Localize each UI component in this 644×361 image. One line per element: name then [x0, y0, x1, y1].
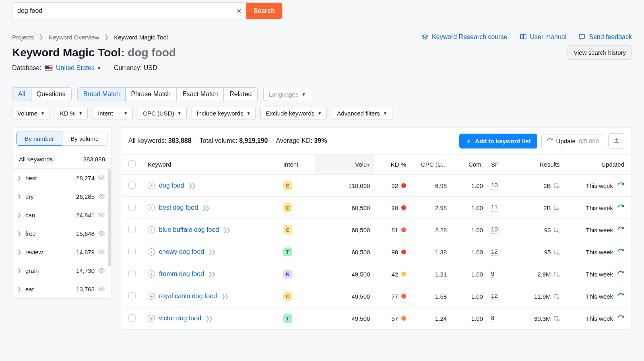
eye-icon[interactable]: [98, 211, 105, 219]
breadcrumb-projects[interactable]: Projects: [12, 34, 34, 41]
sidebar-item-best[interactable]: ❯ best 28,274: [12, 169, 111, 187]
languages-dropdown[interactable]: Languages ▼: [263, 88, 311, 101]
add-to-keyword-list-button[interactable]: ＋ Add to keyword list: [459, 134, 537, 149]
refresh-row-icon[interactable]: [617, 315, 624, 322]
sf-value[interactable]: 10: [491, 226, 498, 234]
sidebar-item-dry[interactable]: ❯ dry 26,285: [12, 187, 111, 206]
sidebar-item-grain[interactable]: ❯ grain 14,730: [12, 261, 111, 280]
sidebar-item-review[interactable]: ❯ review 14,879: [12, 243, 111, 261]
eye-icon[interactable]: [98, 230, 105, 237]
add-keyword-icon[interactable]: +: [148, 204, 155, 211]
eye-icon[interactable]: [98, 267, 105, 274]
serp-icon[interactable]: [553, 204, 560, 211]
keyword-research-course-link[interactable]: Keyword Research course: [421, 33, 508, 41]
row-checkbox[interactable]: [128, 248, 136, 255]
add-keyword-icon[interactable]: +: [148, 226, 155, 233]
sidebar-scrollbar[interactable]: [108, 169, 111, 266]
keyword-link[interactable]: royal canin dog food: [159, 293, 217, 300]
sf-value[interactable]: 8: [491, 314, 494, 322]
tab-phrase-match[interactable]: Phrase Match: [126, 88, 177, 101]
add-keyword-icon[interactable]: +: [148, 182, 155, 189]
eye-icon[interactable]: [98, 285, 105, 293]
country-dropdown[interactable]: United States ▼: [56, 64, 101, 72]
tab-questions[interactable]: Questions: [31, 88, 71, 101]
expand-icon[interactable]: ❯❯: [202, 204, 208, 211]
volume-filter[interactable]: Volume▼: [12, 107, 50, 120]
eye-icon[interactable]: [98, 248, 105, 256]
keyword-link[interactable]: best dog food: [159, 204, 198, 211]
row-checkbox[interactable]: [128, 204, 136, 211]
col-sf[interactable]: SF: [487, 155, 514, 175]
refresh-row-icon[interactable]: [617, 270, 624, 278]
col-kd[interactable]: KD %: [374, 155, 410, 175]
serp-icon[interactable]: [553, 182, 560, 189]
row-checkbox[interactable]: [128, 270, 136, 277]
advanced-filters[interactable]: Advanced filters▼: [332, 107, 392, 120]
view-search-history-button[interactable]: View search history: [568, 45, 632, 60]
tab-by-number[interactable]: By number: [17, 132, 62, 146]
sidebar-item-free[interactable]: ❯ free 15,648: [12, 224, 111, 243]
include-keywords-filter[interactable]: Include keywords▼: [192, 107, 256, 120]
kd-filter[interactable]: KD %▼: [55, 107, 88, 120]
col-volume[interactable]: Volu▾: [315, 155, 374, 175]
user-manual-link[interactable]: User manual: [520, 33, 567, 41]
refresh-row-icon[interactable]: [617, 293, 624, 300]
expand-icon[interactable]: ❯❯: [188, 182, 194, 189]
expand-icon[interactable]: ❯❯: [208, 249, 215, 255]
sidebar-item-can[interactable]: ❯ can 24,841: [12, 206, 111, 224]
col-cpc[interactable]: CPC (U...: [410, 155, 451, 175]
col-results[interactable]: Results: [514, 155, 564, 175]
add-keyword-icon[interactable]: +: [148, 270, 155, 278]
row-checkbox[interactable]: [128, 314, 136, 322]
col-keyword[interactable]: Keyword: [144, 155, 279, 175]
breadcrumb-overview[interactable]: Keyword Overview: [49, 34, 99, 41]
keyword-link[interactable]: victor dog food: [159, 315, 201, 322]
serp-icon[interactable]: [553, 293, 560, 299]
tab-broad-match[interactable]: Broad Match: [77, 87, 126, 101]
tab-all[interactable]: All: [12, 87, 31, 101]
expand-icon[interactable]: ❯❯: [221, 293, 227, 299]
add-keyword-icon[interactable]: +: [148, 315, 155, 322]
intent-filter[interactable]: Intent▼: [93, 107, 133, 120]
send-feedback-link[interactable]: Send feedback: [578, 33, 632, 41]
export-button[interactable]: [608, 133, 624, 149]
eye-icon[interactable]: [98, 174, 105, 182]
sf-value[interactable]: 10: [491, 182, 498, 190]
row-checkbox[interactable]: [128, 292, 136, 299]
refresh-row-icon[interactable]: [617, 226, 624, 233]
keyword-link[interactable]: chewy dog food: [159, 248, 204, 256]
keyword-link[interactable]: dog food: [159, 182, 184, 189]
sf-value[interactable]: 12: [491, 292, 498, 300]
expand-icon[interactable]: ❯❯: [223, 227, 229, 233]
col-com[interactable]: Com.: [451, 155, 487, 175]
refresh-row-icon[interactable]: [617, 248, 624, 256]
eye-icon[interactable]: [98, 193, 105, 200]
serp-icon[interactable]: [553, 271, 560, 277]
search-input[interactable]: [12, 3, 233, 19]
row-checkbox[interactable]: [128, 226, 136, 233]
select-all-checkbox[interactable]: [128, 160, 136, 167]
keyword-link[interactable]: fromm dog food: [159, 270, 204, 278]
add-keyword-icon[interactable]: +: [148, 293, 155, 300]
sf-value[interactable]: 9: [491, 270, 494, 278]
serp-icon[interactable]: [553, 249, 560, 255]
keyword-link[interactable]: blue buffalo dog food: [159, 226, 219, 233]
serp-icon[interactable]: [553, 315, 560, 322]
add-keyword-icon[interactable]: +: [148, 248, 155, 256]
tab-related[interactable]: Related: [224, 88, 257, 101]
serp-icon[interactable]: [553, 227, 560, 233]
update-button[interactable]: Update 0/5,000: [541, 134, 604, 148]
col-updated[interactable]: Updated: [564, 155, 632, 175]
refresh-row-icon[interactable]: [617, 204, 624, 211]
cpc-filter[interactable]: CPC (USD)▼: [138, 107, 186, 120]
tab-exact-match[interactable]: Exact Match: [177, 88, 224, 101]
refresh-row-icon[interactable]: [617, 182, 624, 189]
expand-icon[interactable]: ❯❯: [205, 315, 212, 322]
sf-value[interactable]: 12: [491, 248, 498, 256]
sidebar-all-keywords[interactable]: All keywords 383,888: [12, 150, 111, 168]
clear-search-icon[interactable]: ✕: [233, 5, 245, 17]
tab-by-volume[interactable]: By volume: [62, 132, 108, 146]
expand-icon[interactable]: ❯❯: [208, 271, 215, 277]
row-checkbox[interactable]: [128, 182, 136, 189]
exclude-keywords-filter[interactable]: Exclude keywords▼: [260, 107, 327, 120]
